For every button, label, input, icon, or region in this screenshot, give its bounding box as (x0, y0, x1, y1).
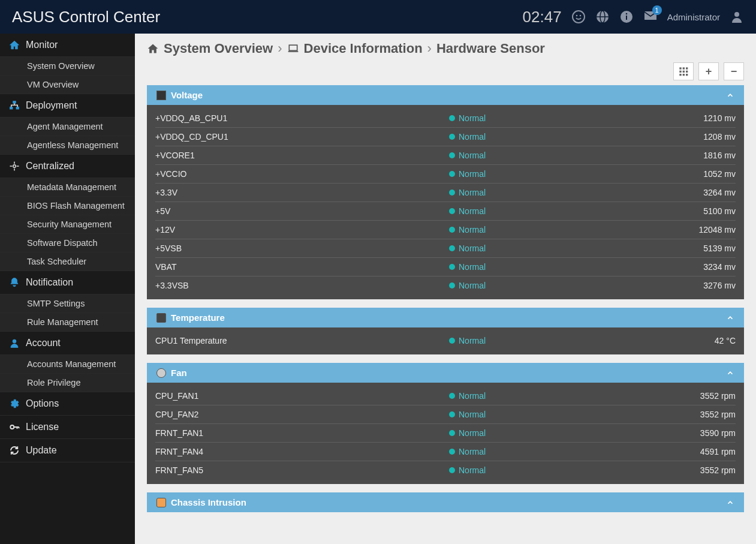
sidebar-cat-license[interactable]: License (0, 416, 135, 439)
sensor-value: 1208 mv (629, 132, 736, 142)
laptop-icon (287, 43, 299, 55)
panel-header[interactable]: Chassis Intrusion (147, 492, 744, 512)
status-dot-icon (449, 134, 455, 140)
panel-title: Temperature (171, 312, 225, 323)
sensor-value: 1816 mv (629, 151, 736, 160)
svg-rect-20 (686, 67, 688, 69)
grid-view-button[interactable] (673, 62, 694, 80)
sensor-name: +3.3VSB (155, 281, 449, 290)
sensor-value: 42 °C (629, 336, 736, 345)
user-name[interactable]: Administrator (667, 12, 720, 22)
sensor-name: CPU_FAN2 (155, 410, 449, 419)
chevron-up-icon (726, 91, 734, 100)
breadcrumb-system-overview[interactable]: System Overview (164, 41, 273, 56)
svg-rect-10 (13, 101, 16, 104)
notifications-button[interactable]: 1 (643, 8, 658, 25)
sidebar-item-bios-flash-management[interactable]: BIOS Flash Management (0, 197, 135, 215)
panel-category-icon (156, 368, 166, 378)
status-dot-icon (449, 227, 455, 233)
sidebar-cat-monitor[interactable]: Monitor (0, 34, 135, 57)
sidebar-cat-label: Centralized (26, 161, 74, 172)
sidebar-item-agentless-management[interactable]: Agentless Management (0, 136, 135, 155)
panel-header[interactable]: Voltage (147, 85, 744, 105)
sensor-status: Normal (449, 336, 629, 345)
sidebar-item-accounts-management[interactable]: Accounts Management (0, 355, 135, 374)
sidebar-item-agent-management[interactable]: Agent Management (0, 118, 135, 136)
sidebar-item-software-dispatch[interactable]: Software Dispatch (0, 234, 135, 253)
crosshair-icon (9, 161, 20, 172)
sensor-value: 3590 rpm (629, 428, 736, 438)
sidebar-cat-centralized[interactable]: Centralized (0, 155, 135, 178)
panel-header[interactable]: Temperature (147, 308, 744, 327)
svg-point-14 (13, 339, 16, 343)
sensor-value: 4591 rpm (629, 447, 736, 456)
sidebar-item-role-privilege[interactable]: Role Privilege (0, 374, 135, 392)
panel-toolbar: + − (135, 62, 756, 85)
svg-rect-23 (686, 71, 688, 73)
status-dot-icon (449, 449, 455, 455)
sidebar-item-metadata-management[interactable]: Metadata Management (0, 178, 135, 197)
sidebar-cat-notification[interactable]: Notification (0, 271, 135, 294)
sensor-name: +VCCIO (155, 169, 449, 179)
sensor-name: +VDDQ_AB_CPU1 (155, 113, 449, 123)
sidebar-cat-deployment[interactable]: Deployment (0, 94, 135, 118)
status-dot-icon (449, 467, 455, 473)
sensor-value: 3552 rpm (629, 391, 736, 401)
globe-icon[interactable] (595, 10, 610, 24)
sidebar-cat-account[interactable]: Account (0, 332, 135, 355)
collapse-all-button[interactable]: − (724, 62, 744, 80)
sensor-value: 3552 rpm (629, 465, 736, 475)
panel-header[interactable]: Fan (147, 363, 744, 383)
panel-category-icon (156, 313, 166, 323)
sensor-row: CPU1 Temperature Normal 42 °C (155, 336, 736, 350)
sidebar: MonitorSystem OverviewVM OverviewDeploym… (0, 34, 135, 544)
sidebar-item-security-management[interactable]: Security Management (0, 215, 135, 234)
svg-rect-16 (289, 45, 297, 50)
sensor-value: 12048 mv (629, 225, 736, 235)
sidebar-cat-label: Account (26, 338, 61, 348)
sensor-status: Normal (449, 428, 629, 438)
sensor-status: Normal (449, 447, 629, 456)
sidebar-cat-label: Monitor (26, 40, 58, 50)
breadcrumb-device-information[interactable]: Device Information (304, 41, 423, 56)
sensor-row: +3.3V Normal 3264 mv (155, 183, 736, 202)
sidebar-cat-label: Deployment (26, 100, 77, 111)
sidebar-cat-update[interactable]: Update (0, 439, 135, 462)
panel-temperature: Temperature CPU1 Temperature Normal 42 °… (147, 308, 744, 354)
panel-title: Fan (171, 368, 187, 378)
status-dot-icon (449, 264, 455, 270)
sensor-row: +12V Normal 12048 mv (155, 220, 736, 239)
breadcrumb-hardware-sensor: Hardware Sensor (436, 41, 545, 56)
home-icon[interactable] (147, 43, 159, 55)
sensor-name: +VCORE1 (155, 151, 449, 160)
sidebar-item-vm-overview[interactable]: VM Overview (0, 76, 135, 94)
sensor-name: +12V (155, 225, 449, 235)
info-icon[interactable] (619, 10, 634, 24)
svg-rect-7 (626, 16, 627, 20)
sensor-row: FRNT_FAN4 Normal 4591 rpm (155, 442, 736, 461)
sensor-value: 3264 mv (629, 188, 736, 197)
svg-rect-18 (679, 67, 681, 69)
svg-point-0 (573, 11, 585, 23)
user-icon[interactable] (730, 10, 744, 24)
sidebar-cat-options[interactable]: Options (0, 392, 135, 416)
svg-rect-25 (683, 74, 685, 76)
sidebar-item-smtp-settings[interactable]: SMTP Settings (0, 294, 135, 313)
sensor-status: Normal (449, 244, 629, 253)
sensor-row: FRNT_FAN1 Normal 3590 rpm (155, 423, 736, 442)
sidebar-item-task-scheduler[interactable]: Task Scheduler (0, 253, 135, 271)
expand-all-button[interactable]: + (698, 62, 719, 80)
sensor-value: 1052 mv (629, 169, 736, 179)
sidebar-item-system-overview[interactable]: System Overview (0, 57, 135, 76)
smile-icon[interactable] (571, 10, 586, 24)
app-title: ASUS Control Center (12, 8, 160, 26)
sensor-row: VBAT Normal 3234 mv (155, 257, 736, 276)
svg-point-9 (734, 12, 739, 17)
sidebar-item-rule-management[interactable]: Rule Management (0, 313, 135, 332)
chevron-up-icon (726, 498, 734, 507)
sensor-row: +VCORE1 Normal 1816 mv (155, 146, 736, 164)
sensor-row: +VCCIO Normal 1052 mv (155, 164, 736, 183)
svg-point-13 (13, 165, 16, 168)
sensor-status: Normal (449, 188, 629, 197)
sensor-name: CPU_FAN1 (155, 391, 449, 401)
